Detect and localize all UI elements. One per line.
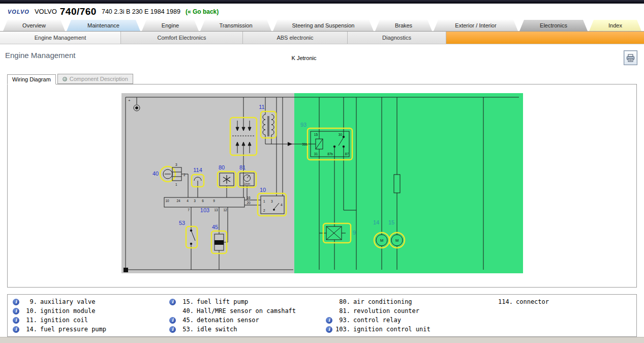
plus-terminal-label: + bbox=[128, 98, 131, 103]
component-114-label: 114 bbox=[193, 167, 202, 173]
legend-item: i 93. control relay bbox=[326, 316, 488, 325]
tab-brakes[interactable]: Brakes bbox=[375, 20, 432, 31]
page-header: Engine Management K Jetronic bbox=[0, 44, 644, 74]
tab-comfort-electronics[interactable]: Comfort Electronics bbox=[121, 32, 243, 44]
ground-symbol bbox=[124, 268, 128, 272]
tab-abs-electronic[interactable]: ABS electronic bbox=[243, 32, 348, 44]
relay-pin-31: 31 bbox=[314, 152, 318, 156]
legend-item: 80. air conditioning bbox=[326, 297, 488, 306]
tab-exterior-interior[interactable]: Exterior / Interior bbox=[434, 20, 518, 31]
volvo-logo: VOLVO bbox=[8, 9, 29, 15]
legend-item: 81. revolution counter bbox=[326, 306, 488, 316]
legend-column-2: i 15. fuel lift pump 40. Hall/MRE sensor… bbox=[169, 297, 326, 334]
legend-item-label: revolution counter bbox=[353, 307, 419, 315]
tab-index[interactable]: Index bbox=[589, 20, 641, 31]
component-53-label: 53 bbox=[179, 220, 185, 226]
legend-item-label: auxiliary valve bbox=[40, 298, 95, 305]
tab-electronics[interactable]: Electronics bbox=[519, 20, 588, 31]
info-icon[interactable]: i bbox=[169, 317, 176, 324]
ecu-pin-6: 6 bbox=[202, 199, 204, 203]
legend-item: i 9. auxiliary valve bbox=[13, 297, 169, 306]
legend-column-3: 80. air conditioning 81. revolution coun… bbox=[326, 297, 488, 334]
window-bottom-edge bbox=[0, 337, 644, 343]
disabled-radio-icon bbox=[63, 77, 67, 81]
ecu-pin-16: 16 bbox=[247, 196, 251, 199]
tab-transmission[interactable]: Transmission bbox=[200, 20, 271, 31]
legend-item: i 14. fuel pressure pump bbox=[13, 325, 169, 334]
legend-item-number: 9. bbox=[22, 298, 37, 305]
legend-item-label: ignition coil bbox=[40, 317, 88, 324]
component-45-label: 45 bbox=[212, 224, 218, 230]
legend-item: i 11. ignition coil bbox=[13, 316, 169, 325]
legend-item-label: fuel pressure pump bbox=[40, 326, 106, 333]
info-icon[interactable]: i bbox=[169, 326, 176, 333]
page-title: Engine Management bbox=[5, 51, 75, 60]
ecu-pin-3: 3 bbox=[194, 199, 196, 203]
component-93-label: 93 bbox=[300, 122, 306, 128]
legend-item-label: ignition module bbox=[40, 307, 95, 315]
info-icon[interactable]: i bbox=[13, 299, 19, 305]
app-header: VOLVO VOLVO 740/760 740 2.3i B 230 E 198… bbox=[0, 4, 644, 19]
vehicle-variant: 740 2.3i B 230 E 1984 1989 bbox=[102, 8, 180, 15]
module10-pin-3: 3 bbox=[271, 199, 273, 203]
legend-item: i 15. fuel lift pump bbox=[169, 297, 326, 306]
relay-pin-87: 87 bbox=[345, 152, 349, 156]
primary-tab-bar: Overview Maintenance Engine Transmission… bbox=[0, 19, 644, 32]
tab-engine[interactable]: Engine bbox=[142, 20, 199, 31]
module10-pin-2: 2 bbox=[263, 209, 265, 212]
secondary-tab-bar: Engine Management Comfort Electronics AB… bbox=[0, 32, 644, 44]
info-icon[interactable]: i bbox=[13, 326, 19, 333]
legend-column-1: i 9. auxiliary valve i 10. ignition modu… bbox=[13, 297, 169, 334]
info-icon[interactable]: i bbox=[13, 308, 19, 315]
relay-pin-31b: 31b bbox=[302, 142, 308, 146]
tab-engine-management[interactable]: Engine Management bbox=[0, 32, 121, 44]
ecu-pin-9: 9 bbox=[213, 199, 215, 203]
legend-item-number: 93. bbox=[335, 317, 350, 324]
component-40-label: 40 bbox=[152, 170, 159, 177]
legend-item-number: 80. bbox=[335, 298, 350, 305]
legend-item-label: idle switch bbox=[197, 326, 237, 333]
component-15-label: 15 bbox=[388, 219, 394, 225]
printer-icon bbox=[626, 54, 635, 62]
info-icon[interactable]: i bbox=[326, 317, 332, 324]
motor-letter-14: M bbox=[380, 238, 383, 243]
legend-item-label: fuel lift pump bbox=[197, 298, 248, 305]
wiring-diagram: + bbox=[121, 93, 523, 273]
info-icon[interactable]: i bbox=[169, 299, 176, 305]
module10-pin-1: 1 bbox=[263, 199, 265, 203]
legend-item-label: control relay bbox=[353, 317, 401, 324]
vehicle-model: 740/760 bbox=[60, 6, 97, 17]
go-back-link[interactable]: (« Go back) bbox=[186, 8, 219, 15]
window-title-bar bbox=[0, 0, 644, 4]
legend-item-number: 45. bbox=[178, 317, 194, 324]
sensor40-pin-3: 3 bbox=[175, 163, 177, 166]
orange-accent-strip bbox=[446, 32, 644, 44]
subtab-wiring-diagram[interactable]: Wiring Diagram bbox=[7, 74, 56, 84]
legend-item-number: 53. bbox=[178, 326, 194, 333]
tab-overview[interactable]: Overview bbox=[3, 20, 65, 31]
ecu-pin-10: 10 bbox=[165, 199, 169, 203]
legend-item-number: 81. bbox=[335, 307, 350, 315]
ecu-pin-7: 7 bbox=[188, 208, 190, 212]
rpm-unit-label: 1/min bbox=[244, 182, 250, 185]
component-103-label: 103 bbox=[200, 207, 209, 213]
legend-item-number: 40. bbox=[178, 307, 194, 315]
sensor40-pin-2: 2 bbox=[183, 173, 186, 177]
subtab-component-description[interactable]: Component Description bbox=[57, 74, 133, 84]
info-icon[interactable]: i bbox=[326, 326, 332, 333]
diagram-subtabs: Wiring Diagram Component Description bbox=[7, 74, 637, 84]
component-legend: i 9. auxiliary valve i 10. ignition modu… bbox=[7, 294, 637, 337]
tab-steering-and-suspension[interactable]: Steering and Suspension bbox=[273, 20, 374, 31]
ecu-pin-12: 12 bbox=[223, 208, 227, 212]
ecu-pin-13: 13 bbox=[214, 208, 218, 212]
info-icon[interactable]: i bbox=[13, 317, 19, 324]
relay-pin-15: 15 bbox=[314, 133, 318, 136]
print-button[interactable] bbox=[624, 50, 637, 65]
legend-item: i 103. ignition control unit bbox=[326, 325, 488, 334]
tab-maintenance[interactable]: Maintenance bbox=[67, 20, 140, 31]
legend-column-4: 114. connector bbox=[488, 297, 631, 334]
component-80-label: 80 bbox=[219, 164, 225, 170]
system-label: K Jetronic bbox=[292, 55, 317, 61]
tab-diagnostics[interactable]: Diagnostics bbox=[348, 32, 446, 44]
diagram-highlighted-region bbox=[294, 93, 523, 273]
